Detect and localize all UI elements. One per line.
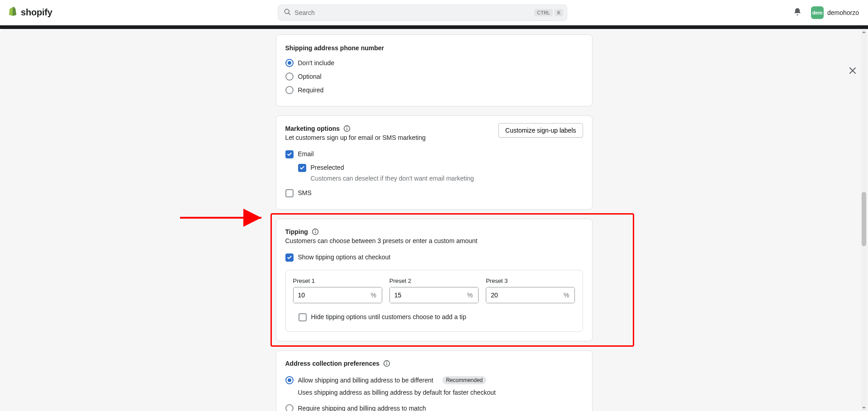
radio-icon xyxy=(285,376,294,384)
preset-label: Preset 1 xyxy=(293,277,382,284)
checkbox-icon xyxy=(285,150,294,158)
logo-text: shopify xyxy=(21,7,52,18)
scroll-up-button[interactable] xyxy=(861,29,867,35)
percent-suffix: % xyxy=(558,287,574,303)
percent-suffix: % xyxy=(365,287,381,303)
svg-rect-6 xyxy=(315,231,316,233)
info-icon[interactable] xyxy=(312,228,319,237)
top-bar: shopify Search CTRL K dem demohorzo xyxy=(0,0,868,25)
preset-2-input[interactable]: % xyxy=(389,287,479,303)
checkbox-label: Hide tipping options until customers cho… xyxy=(311,313,466,320)
scroll-down-button[interactable] xyxy=(861,405,867,411)
shopify-bag-icon xyxy=(7,6,18,19)
checkbox-label: SMS xyxy=(298,189,312,196)
radio-icon xyxy=(285,72,294,81)
radio-label: Don't include xyxy=(298,59,335,67)
radio-icon xyxy=(285,59,294,67)
radio-icon xyxy=(285,86,294,94)
search-icon xyxy=(284,8,291,17)
marketing-title: Marketing options xyxy=(285,125,340,132)
checkbox-icon xyxy=(285,189,294,197)
preset-2: Preset 2 % xyxy=(389,277,479,303)
close-button[interactable] xyxy=(844,63,861,80)
card-address-collection: Address collection preferences Allow shi… xyxy=(276,350,593,411)
preset-label: Preset 2 xyxy=(389,277,479,284)
radio-label: Allow shipping and billing address to be… xyxy=(298,377,433,384)
checkbox-show-tipping[interactable]: Show tipping options at checkout xyxy=(285,251,583,264)
info-icon[interactable] xyxy=(383,360,390,369)
preset-1-input[interactable]: % xyxy=(293,287,382,303)
account-menu[interactable]: dem demohorzo xyxy=(809,5,861,21)
modal-backdrop-strip xyxy=(0,25,868,29)
percent-suffix: % xyxy=(461,287,478,303)
svg-rect-9 xyxy=(386,363,387,365)
bell-icon[interactable] xyxy=(793,7,802,18)
search-input[interactable]: Search CTRL K xyxy=(278,5,567,21)
account-name: demohorzo xyxy=(827,9,859,16)
tipping-subtitle: Customers can choose between 3 presets o… xyxy=(285,237,583,244)
preselected-help: Customers can deselect if they don't wan… xyxy=(311,175,583,182)
preset-1: Preset 1 % xyxy=(293,277,382,303)
customize-signup-labels-button[interactable]: Customize sign-up labels xyxy=(498,123,583,138)
scroll-thumb[interactable] xyxy=(862,192,866,246)
radio-dont-include[interactable]: Don't include xyxy=(285,56,583,70)
kbd-ctrl: CTRL xyxy=(534,9,553,16)
checkbox-sms[interactable]: SMS xyxy=(285,186,583,200)
checkbox-email[interactable]: Email xyxy=(285,148,583,161)
checkbox-icon xyxy=(298,164,306,172)
radio-label: Required xyxy=(298,86,324,94)
close-icon xyxy=(848,66,857,77)
radio-optional[interactable]: Optional xyxy=(285,70,583,83)
preset-3-input[interactable]: % xyxy=(486,287,575,303)
svg-point-7 xyxy=(315,230,316,231)
svg-line-1 xyxy=(289,13,290,14)
preset-1-field[interactable] xyxy=(294,287,365,303)
radio-label: Optional xyxy=(298,73,322,80)
content-column: Shipping address phone number Don't incl… xyxy=(276,29,593,411)
preset-3-field[interactable] xyxy=(486,287,558,303)
card-marketing: Marketing options Let customers sign up … xyxy=(276,115,593,210)
checkbox-hide-tipping[interactable]: Hide tipping options until customers cho… xyxy=(299,311,575,324)
svg-point-0 xyxy=(285,9,289,14)
radio-require-match[interactable]: Require shipping and billing address to … xyxy=(285,401,583,411)
tipping-title: Tipping xyxy=(285,228,308,235)
kbd-k: K xyxy=(555,9,563,16)
logo[interactable]: shopify xyxy=(7,6,52,19)
info-icon[interactable] xyxy=(343,125,351,134)
checkbox-label: Preselected xyxy=(311,164,344,171)
checkbox-icon xyxy=(299,313,307,321)
svg-point-4 xyxy=(346,127,347,128)
card-shipping-phone: Shipping address phone number Don't incl… xyxy=(276,34,593,106)
scrollbar[interactable] xyxy=(861,29,867,411)
checkbox-preselected[interactable]: Preselected xyxy=(298,161,583,175)
checkbox-icon xyxy=(285,253,294,262)
card-tipping: Tipping Customers can choose between 3 p… xyxy=(276,219,593,341)
address-title: Address collection preferences xyxy=(285,360,380,367)
preset-3: Preset 3 % xyxy=(486,277,575,303)
svg-point-10 xyxy=(386,362,387,363)
preset-2-field[interactable] xyxy=(390,287,461,303)
shipping-phone-title: Shipping address phone number xyxy=(285,44,384,52)
topbar-right: dem demohorzo xyxy=(793,5,861,21)
settings-modal: Shipping address phone number Don't incl… xyxy=(0,29,868,411)
radio-label: Require shipping and billing address to … xyxy=(298,405,426,411)
radio-required[interactable]: Required xyxy=(285,83,583,97)
search-placeholder: Search xyxy=(294,9,314,16)
checkbox-label: Email xyxy=(298,150,314,158)
tipping-presets-box: Preset 1 % Preset 2 % xyxy=(285,270,583,332)
search-shortcut: CTRL K xyxy=(534,9,563,16)
avatar: dem xyxy=(811,6,824,19)
radio-icon xyxy=(285,404,294,411)
allow-help: Uses shipping address as billing address… xyxy=(298,389,583,396)
preset-label: Preset 3 xyxy=(486,277,575,284)
radio-allow-different[interactable]: Allow shipping and billing address to be… xyxy=(285,373,583,387)
checkbox-label: Show tipping options at checkout xyxy=(298,253,391,261)
svg-rect-3 xyxy=(346,128,347,130)
recommended-badge: Recommended xyxy=(442,376,486,384)
